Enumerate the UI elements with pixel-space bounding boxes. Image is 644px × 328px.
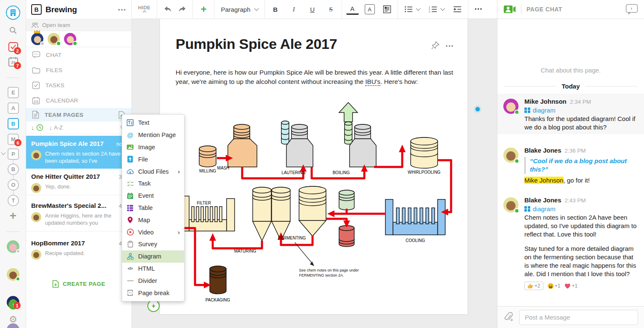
team-members-row (26, 31, 131, 47)
diagram-attachment-link[interactable]: diagram (524, 107, 637, 114)
sidebar-item-tasks[interactable]: TASKS (26, 78, 131, 93)
team-avatar[interactable]: B (31, 4, 42, 15)
page-list-item-selected[interactable]: Pumpkin Spice Ale 2017 now Chem notes in… (26, 136, 131, 169)
document-title[interactable]: Pumpkin Spice Ale 2017 (176, 36, 337, 52)
mention-chip[interactable]: Mike Johnson (524, 177, 564, 184)
page-more-button[interactable]: ••• (446, 43, 454, 49)
underline-button[interactable]: U (306, 3, 319, 16)
chat-message[interactable]: Blake Jones2:43 PM diagram Chem notes in… (497, 192, 644, 294)
text-color-button[interactable]: A (346, 4, 359, 15)
reaction-heart[interactable]: +1 (564, 283, 577, 289)
sort-az-label[interactable]: A-Z (54, 124, 63, 131)
document-page[interactable]: Pumpkin Spice Ale 2017 ••• Hi everyone, … (160, 19, 468, 314)
reaction-count: +1 (555, 283, 561, 289)
numbered-list-button[interactable]: 123 (427, 3, 439, 16)
add-team-button[interactable]: + (0, 212, 26, 220)
sort-az-arrow-icon[interactable]: ↓ (49, 124, 53, 131)
reaction-count: +1 (572, 283, 577, 289)
member-avatar-1[interactable] (31, 33, 43, 45)
reaction-grinning-face[interactable]: +1 (548, 283, 561, 289)
strikethrough-button[interactable]: S (325, 3, 337, 16)
attachment-link-label[interactable]: diagram (533, 107, 556, 114)
my-tasks-icon[interactable]: 2 (8, 42, 19, 52)
settings-gear-icon[interactable]: ⚙ (0, 314, 26, 325)
sidebar-item-chat[interactable]: CHAT (26, 47, 131, 62)
hide-toolbar-button[interactable]: HIDE (136, 3, 152, 16)
brewing-diagram[interactable]: MILLING MASH LAUTERING BOILING WHIRLPOOL… (173, 99, 468, 310)
dm-avatar-1[interactable] (7, 240, 19, 253)
clock-icon[interactable] (36, 124, 43, 131)
open-team-row[interactable]: Open team (26, 19, 131, 31)
sidebar-item-calendar[interactable]: 24 CALENDAR (26, 93, 131, 108)
member-avatar-2[interactable] (48, 33, 60, 45)
message-author[interactable]: Blake Jones (524, 147, 561, 154)
search-icon[interactable] (9, 26, 17, 35)
chat-message[interactable]: Mike Johnson2:34 PM diagram Thanks for t… (497, 94, 644, 134)
menu-item-video[interactable]: Video › (122, 226, 184, 238)
document-intro[interactable]: Hi everyone, here is how our Pumpkin Spi… (176, 68, 454, 86)
subteam-button-o[interactable]: O (8, 179, 19, 191)
team-button-a[interactable]: A (8, 102, 19, 114)
status-online (514, 110, 519, 115)
menu-item-task[interactable]: Task (122, 177, 184, 190)
page-list-item[interactable]: HopBommer 2017 4m Recipe updated. (26, 233, 131, 259)
sidebar-item-team-pages[interactable]: TEAM PAGES (26, 108, 131, 121)
menu-item-event[interactable]: Event (122, 190, 184, 202)
diagram-attachment-link[interactable]: diagram (524, 205, 637, 212)
team-button-e[interactable]: E (8, 87, 19, 98)
sidebar-item-files[interactable]: FILES (26, 62, 131, 78)
menu-item-cloud-files[interactable]: Cloud Files › (122, 165, 184, 177)
toolbar-group-lists: 123 (398, 0, 468, 19)
menu-item-image[interactable]: Image (122, 141, 184, 153)
menu-item-mention-page[interactable]: @ Mention Page (122, 129, 184, 141)
app-logo[interactable] (6, 5, 20, 20)
bullet-list-button[interactable] (402, 3, 415, 16)
create-page-button[interactable]: CREATE PAGE (26, 280, 131, 288)
undo-button[interactable] (161, 3, 174, 16)
team-menu-button[interactable]: ••• (118, 6, 126, 13)
menu-item-file[interactable]: File (122, 153, 184, 165)
indent-button[interactable] (451, 3, 464, 16)
reaction-thumbs-up[interactable]: +2 (524, 282, 543, 290)
chat-message[interactable]: Blake Jones2:36 PM “Cool if we do a blog… (497, 142, 644, 189)
page-list-item[interactable]: One Hitter Quitter 2017 3m Yep, done. (26, 169, 131, 195)
message-author[interactable]: Blake Jones (524, 196, 561, 204)
menu-item-diagram-highlighted[interactable]: Diagram (122, 250, 184, 263)
chevron-down-icon[interactable] (416, 6, 420, 11)
menu-item-page-break[interactable]: Page break (122, 287, 184, 299)
attach-file-icon[interactable] (503, 312, 514, 323)
menu-item-divider[interactable]: Divider (122, 274, 184, 287)
more-tools-button[interactable]: ••• (473, 3, 485, 16)
member-avatar-3[interactable] (64, 33, 76, 45)
bold-button[interactable]: B (269, 3, 282, 16)
menu-item-survey[interactable]: Survey (122, 238, 184, 250)
menu-item-map[interactable]: Map (122, 214, 184, 226)
dm-avatar-2[interactable] (7, 268, 19, 281)
menu-item-text[interactable]: Text (122, 117, 184, 129)
team-button-p[interactable]: P (8, 148, 19, 160)
insert-block-button[interactable]: + (197, 3, 210, 16)
insert-block-anchor-button[interactable]: + (147, 300, 160, 312)
message-author[interactable]: Mike Johnson (524, 98, 567, 105)
subteam-button-t[interactable]: T (8, 195, 19, 206)
menu-item-html[interactable]: </> HTML (122, 263, 184, 275)
collapse-chevron-icon[interactable] (1, 150, 5, 155)
menu-item-table[interactable]: Table (122, 202, 184, 214)
team-button-b-active[interactable]: B (8, 118, 19, 129)
video-chat-icon[interactable] (503, 5, 516, 14)
sort-recent-arrow-icon[interactable]: ↓ (31, 124, 35, 131)
redo-button[interactable] (176, 3, 188, 16)
paragraph-style-dropdown[interactable]: Paragraph (219, 3, 260, 16)
chevron-down-icon[interactable] (440, 6, 445, 11)
highlight-color-button[interactable]: A (365, 4, 375, 14)
message-text: Chem notes in section 2A have been updat… (524, 213, 637, 239)
attachment-link-label[interactable]: diagram (533, 205, 556, 212)
italic-button[interactable]: I (288, 3, 300, 16)
popout-chat-button[interactable]: › (625, 4, 638, 15)
pin-icon[interactable] (430, 41, 440, 50)
my-calendar-icon[interactable]: 24 7 (8, 56, 19, 67)
subteam-button-b[interactable]: B (8, 164, 19, 175)
page-list-item[interactable]: BrewMaster's Special 2... 4m Annie Higgi… (26, 195, 131, 231)
alignment-button[interactable] (381, 3, 393, 16)
post-message-input[interactable] (519, 310, 638, 325)
